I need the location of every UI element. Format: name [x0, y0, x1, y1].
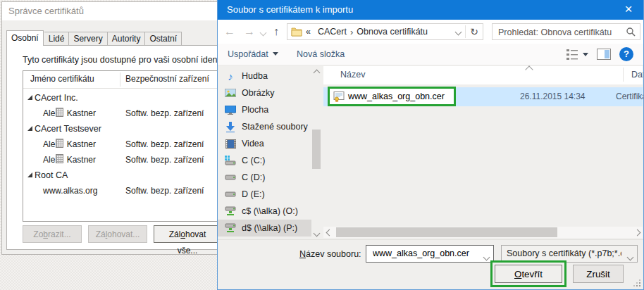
- tab-osobni[interactable]: Osobní: [6, 30, 44, 46]
- horizontal-scrollbar[interactable]: [323, 227, 643, 238]
- open-button[interactable]: Otevřít: [495, 265, 562, 283]
- sidebar-item-videa[interactable]: Videa: [218, 135, 321, 152]
- expanded-triangle-icon: [27, 126, 32, 131]
- tab-ostatni[interactable]: Ostatní: [145, 32, 182, 46]
- column-name[interactable]: Jméno certifikátu: [30, 74, 94, 84]
- window-title: Správce certifikátů: [2, 2, 218, 20]
- backup-button[interactable]: Zálohovat...: [88, 225, 147, 243]
- tab-servery[interactable]: Servery: [69, 32, 107, 46]
- sidebar-item-plocha[interactable]: Plocha: [218, 101, 321, 118]
- missing-glyph-box: [56, 108, 63, 117]
- device-cell: Softw. bezp. zařízení: [125, 183, 204, 198]
- preview-pane-icon[interactable]: [597, 49, 611, 60]
- back-icon[interactable]: ←: [222, 24, 237, 39]
- desktop: Správce certifikátů Osobní Lidé Servery …: [0, 0, 644, 290]
- file-type: Certifikát: [616, 92, 644, 101]
- drive-icon: [225, 172, 236, 183]
- views-button[interactable]: [566, 49, 588, 60]
- device-cell: Softw. bezp. zařízení: [125, 152, 204, 168]
- sidebar-scrollbar[interactable]: [311, 68, 321, 238]
- places-sidebar: ♪ Hudba Obrázky Plocha Stažené soubory V…: [218, 68, 321, 237]
- filename-label: Název souboru:: [299, 249, 360, 259]
- sidebar-item-drive-d[interactable]: C (D:): [218, 169, 321, 186]
- filename-input[interactable]: [371, 248, 473, 259]
- device-cell: Softw. bezp. zařízení: [125, 106, 204, 121]
- network-drive-icon: [225, 222, 236, 234]
- breadcrumb-cacert[interactable]: CACert: [314, 27, 350, 37]
- column-separator: [120, 72, 120, 87]
- address-bar[interactable]: « CACert › Obnova certifikátu ↻: [287, 23, 483, 40]
- tab-lide[interactable]: Lidé: [44, 32, 70, 46]
- views-caret-icon: [583, 53, 588, 56]
- sidebar-item-drive-e[interactable]: D (E:): [218, 186, 321, 203]
- folder-icon: [291, 27, 302, 37]
- view-button[interactable]: Zobrazit...: [23, 225, 82, 243]
- up-icon[interactable]: ↑: [268, 24, 284, 39]
- certificate-file-icon: [333, 92, 345, 102]
- music-icon: ♪: [225, 70, 236, 82]
- combo-chevron-icon[interactable]: [628, 252, 633, 262]
- desktop-icon: [225, 104, 236, 115]
- pictures-icon: [225, 87, 236, 99]
- filetype-value: Soubory s certifikáty (*.p7b;*.cr: [507, 248, 621, 258]
- sidebar-item-hudba[interactable]: ♪ Hudba: [218, 68, 321, 84]
- scrollbar-thumb[interactable]: [312, 130, 321, 169]
- tree-cert-row[interactable]: www.alkas.orgSoftw. bezp. zařízení: [23, 183, 218, 198]
- tree-cert-row[interactable]: Ale KastnerSoftw. bezp. zařízení: [23, 137, 218, 152]
- downloads-icon: [225, 121, 236, 132]
- tab-autority[interactable]: Autority: [108, 32, 146, 46]
- sidebar-item-stazene-soubory[interactable]: Stažené soubory: [218, 118, 321, 135]
- help-icon[interactable]: ?: [619, 47, 633, 61]
- network-drive-icon: [225, 206, 236, 217]
- manager-buttons: Zobrazit... Zálohovat... Zálohovat vše..…: [7, 225, 218, 244]
- new-folder-button[interactable]: Nová složka: [297, 44, 345, 65]
- tree-cert-row[interactable]: Ale KastnerSoftw. bezp. zařízení: [23, 152, 218, 168]
- scroll-left-icon[interactable]: [323, 227, 335, 238]
- sidebar-item-obrazky[interactable]: Obrázky: [218, 84, 321, 101]
- scroll-right-icon[interactable]: [631, 227, 643, 238]
- sidebar-item-drive-c[interactable]: C (C:): [218, 152, 321, 169]
- dropdown-caret-icon: [273, 52, 278, 56]
- expanded-triangle-icon: [27, 95, 32, 100]
- certificate-manager-window: Správce certifikátů Osobní Lidé Servery …: [1, 1, 218, 255]
- tab-bar: Osobní Lidé Servery Autority Ostatní: [6, 30, 182, 46]
- scroll-down-icon[interactable]: [311, 228, 321, 238]
- file-list-header: Název Datum změny Typ: [323, 66, 643, 84]
- combo-chevron-icon[interactable]: [484, 252, 489, 262]
- annotation-box-open: Otevřít: [490, 260, 566, 287]
- close-icon[interactable]: ×: [614, 0, 643, 20]
- backup-all-button[interactable]: Zálohovat vše...: [154, 225, 218, 243]
- refresh-icon[interactable]: ↻: [466, 26, 483, 37]
- expanded-triangle-icon: [27, 172, 32, 177]
- search-input[interactable]: [497, 25, 619, 39]
- resize-grip[interactable]: [633, 279, 640, 286]
- sidebar-item-network-p[interactable]: d$ (\\alka) (P:): [218, 220, 311, 237]
- cancel-button[interactable]: Zrušit: [573, 265, 624, 283]
- column-device[interactable]: Bezpečnostní zařízení: [125, 74, 209, 84]
- tree-group-row[interactable]: CAcert Inc.: [23, 90, 218, 106]
- device-cell: Softw. bezp. zařízení: [125, 137, 204, 152]
- certificate-table: Jméno certifikátu Bezpečnostní zařízení …: [23, 70, 218, 222]
- missing-glyph-box: [56, 139, 63, 148]
- tree-cert-row[interactable]: Ale KastnerSoftw. bezp. zařízení: [23, 106, 218, 121]
- tree-group-row[interactable]: CAcert Testsever: [23, 121, 218, 137]
- dialog-footer: Název souboru: Soubory s certifikáty (*.…: [218, 239, 643, 289]
- sidebar-item-network-o[interactable]: c$ (\\alka) (O:): [218, 203, 321, 220]
- breadcrumb-obnova-certifikatu[interactable]: Obnova certifikátu: [353, 27, 431, 37]
- file-name[interactable]: www_alkas_org_obn.cer: [348, 92, 445, 101]
- column-datum-zmeny[interactable]: Datum změny: [631, 70, 644, 80]
- column-nazev[interactable]: Název: [340, 70, 365, 80]
- address-dropdown-icon[interactable]: [451, 27, 465, 37]
- scroll-up-icon[interactable]: [311, 68, 321, 77]
- tree-group-row[interactable]: Root CA: [23, 168, 218, 183]
- search-box: [492, 23, 640, 40]
- scrollbar-thumb[interactable]: [336, 227, 557, 237]
- organize-menu[interactable]: Uspořádat: [228, 44, 278, 65]
- certificate-tree: CAcert Inc. Ale KastnerSoftw. bezp. zaří…: [23, 90, 218, 198]
- tab-panel: Tyto certifikáty jsou dostupné pro vaši …: [6, 45, 218, 250]
- filename-combobox[interactable]: [366, 245, 494, 263]
- forward-icon[interactable]: →: [242, 24, 257, 39]
- history-dropdown-icon[interactable]: [258, 24, 268, 39]
- breadcrumb-collapsed[interactable]: «: [302, 27, 314, 37]
- file-open-dialog: Soubor s certifikátem k importu × ← → ↑ …: [217, 0, 644, 290]
